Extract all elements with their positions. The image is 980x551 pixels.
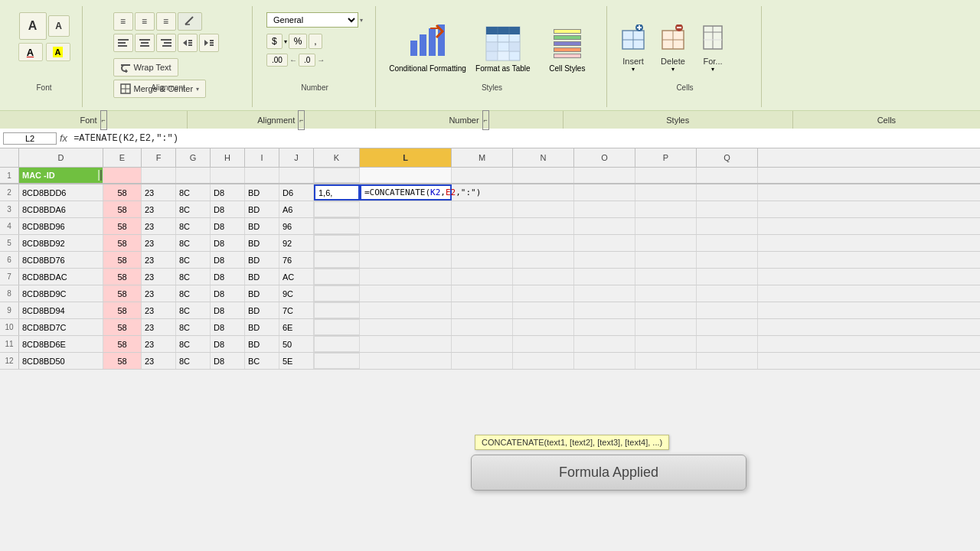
cell-9-d[interactable]: 8CD8BD94 (19, 302, 103, 318)
cell-2-e[interactable]: 58 (103, 184, 142, 201)
cell-3-l[interactable] (360, 201, 452, 217)
percent-button[interactable]: % (289, 34, 308, 49)
cell-7-f[interactable]: 23 (142, 269, 176, 285)
cell-12-o[interactable] (574, 353, 635, 369)
cell-4-j[interactable]: 96 (279, 218, 314, 234)
cell-10-e[interactable]: 58 (103, 319, 142, 335)
cell-8-f[interactable]: 23 (142, 285, 176, 302)
cell-9-h[interactable]: D8 (211, 302, 245, 318)
cell-2-d[interactable]: 8CD8BDD6 (19, 184, 103, 201)
format-dropdown[interactable]: ▾ (711, 66, 714, 73)
name-box[interactable] (3, 132, 57, 145)
cell-2-p[interactable] (635, 184, 697, 201)
font-small-button[interactable]: A (48, 15, 70, 37)
cell-2-n[interactable] (513, 184, 574, 201)
cell-4-g[interactable]: 8C (176, 218, 211, 234)
number-dialog-launcher[interactable]: ⌐ (482, 110, 489, 130)
cell-7-k[interactable] (314, 269, 360, 285)
cell-4-f[interactable]: 23 (142, 218, 176, 234)
cell-3-n[interactable] (513, 201, 574, 217)
cell-12-i[interactable]: BC (245, 353, 279, 369)
cell-6-p[interactable] (635, 252, 697, 268)
cell-1-n[interactable] (513, 168, 574, 183)
cell-10-h[interactable]: D8 (211, 319, 245, 335)
align-top-left[interactable]: ≡ (113, 12, 133, 31)
cell-8-j[interactable]: 9C (279, 285, 314, 302)
col-resize-handle[interactable] (96, 168, 103, 183)
cell-4-d[interactable]: 8CD8BD96 (19, 218, 103, 234)
cell-11-j[interactable]: 50 (279, 336, 314, 352)
cell-5-g[interactable]: 8C (176, 235, 211, 251)
decimal-dec-button[interactable]: .0 (299, 54, 315, 67)
highlight-button[interactable]: A (46, 43, 70, 61)
cell-8-i[interactable]: BD (245, 285, 279, 302)
cell-6-l[interactable] (360, 252, 452, 268)
cell-5-n[interactable] (513, 235, 574, 251)
cell-9-m[interactable] (452, 302, 513, 318)
cell-11-q[interactable] (697, 336, 758, 352)
cell-10-g[interactable]: 8C (176, 319, 211, 335)
cell-3-k[interactable] (314, 201, 360, 217)
cell-5-l[interactable] (360, 235, 452, 251)
cell-9-k[interactable] (314, 302, 360, 318)
cell-2-f[interactable]: 23 (142, 184, 176, 201)
col-header-n[interactable]: N (513, 148, 574, 167)
cell-3-o[interactable] (574, 201, 635, 217)
cell-7-i[interactable]: BD (245, 269, 279, 285)
align-top-right[interactable]: ≡ (156, 12, 176, 31)
cell-5-d[interactable]: 8CD8BD92 (19, 235, 103, 251)
cell-9-g[interactable]: 8C (176, 302, 211, 318)
cell-8-q[interactable] (697, 285, 758, 302)
cell-1-d[interactable]: MAC -ID (19, 168, 103, 183)
col-header-h[interactable]: H (211, 148, 245, 167)
cell-10-p[interactable] (635, 319, 697, 335)
cell-4-i[interactable]: BD (245, 218, 279, 234)
cell-8-e[interactable]: 58 (103, 285, 142, 302)
cell-styles-button[interactable]: Cell Styles (537, 20, 598, 77)
cell-10-o[interactable] (574, 319, 635, 335)
cell-12-e[interactable]: 58 (103, 353, 142, 369)
alignment-dialog-launcher[interactable]: ⌐ (298, 110, 305, 130)
cell-7-o[interactable] (574, 269, 635, 285)
cell-12-d[interactable]: 8CD8BD50 (19, 353, 103, 369)
cell-5-e[interactable]: 58 (103, 235, 142, 251)
cell-4-n[interactable] (513, 218, 574, 234)
cell-10-d[interactable]: 8CD8BD7C (19, 319, 103, 335)
cell-9-l[interactable] (360, 302, 452, 318)
cell-10-q[interactable] (697, 319, 758, 335)
col-header-g[interactable]: G (176, 148, 211, 167)
format-as-table-button[interactable]: Format as Table (472, 20, 534, 77)
cell-2-i[interactable]: BD (245, 184, 279, 201)
cell-5-h[interactable]: D8 (211, 235, 245, 251)
cell-3-g[interactable]: 8C (176, 201, 211, 217)
cell-2-j[interactable]: D6 (279, 184, 314, 201)
cell-7-m[interactable] (452, 269, 513, 285)
cell-8-k[interactable] (314, 285, 360, 302)
col-header-j[interactable]: J (279, 148, 314, 167)
cell-3-f[interactable]: 23 (142, 201, 176, 217)
cell-1-k[interactable] (314, 168, 360, 183)
cell-9-i[interactable]: BD (245, 302, 279, 318)
col-header-k[interactable]: K (314, 148, 360, 167)
font-dialog-launcher[interactable]: ⌐ (100, 110, 107, 130)
cell-1-f[interactable] (142, 168, 176, 183)
cell-5-p[interactable] (635, 235, 697, 251)
cell-10-i[interactable]: BD (245, 319, 279, 335)
cell-11-o[interactable] (574, 336, 635, 352)
insert-dropdown[interactable]: ▾ (632, 66, 635, 73)
cell-8-l[interactable] (360, 285, 452, 302)
cell-12-f[interactable]: 23 (142, 353, 176, 369)
cell-4-p[interactable] (635, 218, 697, 234)
cell-10-m[interactable] (452, 319, 513, 335)
col-header-f[interactable]: F (142, 148, 176, 167)
cell-11-g[interactable]: 8C (176, 336, 211, 352)
cell-12-m[interactable] (452, 353, 513, 369)
col-header-e[interactable]: E (103, 148, 142, 167)
cell-1-j[interactable] (279, 168, 314, 183)
cell-7-q[interactable] (697, 269, 758, 285)
comma-button[interactable]: , (309, 34, 322, 49)
col-header-d[interactable]: D (19, 148, 103, 167)
cell-10-j[interactable]: 6E (279, 319, 314, 335)
col-header-o[interactable]: O (574, 148, 635, 167)
cell-9-o[interactable] (574, 302, 635, 318)
